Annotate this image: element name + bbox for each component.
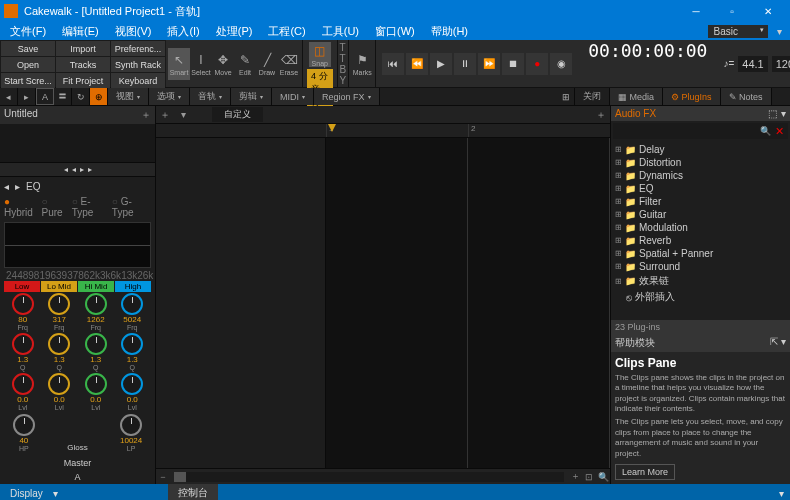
track-tabs-ctrl[interactable]: ⊞ <box>557 88 575 105</box>
strip-icon-3[interactable]: ⊕ <box>90 88 108 105</box>
strip-icon-2[interactable]: ↻ <box>72 88 90 105</box>
transport-button[interactable]: ● <box>526 53 548 75</box>
playhead-marker[interactable] <box>328 124 336 132</box>
tool-smart[interactable]: ↖Smart <box>168 48 190 80</box>
tree-node[interactable]: 📁Distortion <box>613 156 788 169</box>
strip-nav-prev[interactable]: ◂ <box>0 88 18 105</box>
workspace-collapse-icon[interactable]: ▾ <box>772 26 786 37</box>
plugin-category[interactable]: Audio FX <box>615 108 656 119</box>
track-tab[interactable]: 选项 ▾ <box>149 88 190 105</box>
eq-type-option[interactable]: Pure <box>42 196 70 218</box>
menu-item[interactable]: 文件(F) <box>4 24 52 39</box>
tree-node[interactable]: 📁Surround <box>613 260 788 273</box>
add-track-button[interactable]: ＋ <box>156 108 174 122</box>
eq-knob[interactable]: 80Frq <box>5 293 41 331</box>
transport-button[interactable]: ⏪ <box>406 53 428 75</box>
track-tab[interactable]: Region FX ▾ <box>314 88 380 105</box>
file-button[interactable]: Keyboard <box>111 73 165 88</box>
tool-move[interactable]: ✥Move <box>212 48 234 80</box>
eq-knob[interactable]: 1.3Q <box>42 333 78 371</box>
learn-more-button[interactable]: Learn More <box>615 464 675 480</box>
track-tabs-close[interactable]: 关闭 <box>575 88 610 105</box>
file-button[interactable]: Save <box>1 41 55 56</box>
eq-knob[interactable]: 1.3Q <box>5 333 41 371</box>
track-add-right[interactable]: ＋ <box>592 108 610 122</box>
help-controls[interactable]: ⇱ ▾ <box>770 336 786 350</box>
eq-band-label[interactable]: Hi Mid <box>78 281 114 292</box>
tool-draw[interactable]: ╱Draw <box>256 48 278 80</box>
browser-cat-icon[interactable]: ⬚ <box>768 108 777 119</box>
bottom-dropdown-icon[interactable]: ▾ <box>773 488 790 499</box>
browser-tab-notes[interactable]: ✎ Notes <box>721 88 772 105</box>
tree-node[interactable]: ⎋外部插入 <box>613 289 788 305</box>
add-track-icon[interactable]: ＋ <box>141 108 151 122</box>
tree-node[interactable]: 📁Reverb <box>613 234 788 247</box>
track-tab[interactable]: MIDI ▾ <box>272 88 314 105</box>
eq-band-label[interactable]: High <box>115 281 151 292</box>
transport-button[interactable]: ⏸ <box>454 53 476 75</box>
menu-item[interactable]: 插入(I) <box>161 24 205 39</box>
eq-knob[interactable]: 0.0Lvl <box>5 373 41 411</box>
tree-node[interactable]: 📁Modulation <box>613 221 788 234</box>
file-button[interactable]: Fit Project <box>56 73 110 88</box>
console-tab[interactable]: 控制台 <box>168 484 218 500</box>
eq-type-option[interactable]: G-Type <box>112 196 151 218</box>
timeline-ruler[interactable]: 12 <box>156 124 610 138</box>
browser-tab-plugins[interactable]: ⚙ PlugIns <box>663 88 721 105</box>
bpm-value[interactable]: 120.00 <box>772 56 790 72</box>
zoom-fit-icon[interactable]: ⊡ <box>582 472 596 482</box>
h-scrollbar[interactable] <box>174 472 564 482</box>
tool-select[interactable]: ISelect <box>190 48 212 80</box>
tree-node[interactable]: 📁Delay <box>613 143 788 156</box>
clips-pane[interactable] <box>326 138 610 468</box>
file-button[interactable]: Tracks <box>56 57 110 72</box>
track-dropdown-icon[interactable]: ▾ <box>174 109 192 120</box>
browser-search[interactable]: 🔍✕ <box>613 123 788 139</box>
eq-knob[interactable]: 317Frq <box>42 293 78 331</box>
sample-rate[interactable]: 44.1 <box>738 56 767 72</box>
track-tab[interactable]: 视图 ▾ <box>108 88 149 105</box>
transport-button[interactable]: ◉ <box>550 53 572 75</box>
eq-band-label[interactable]: Low <box>4 281 40 292</box>
eq-knob[interactable]: 1.3Q <box>78 333 114 371</box>
file-button[interactable]: Start Scre... <box>1 73 55 88</box>
file-button[interactable]: Import <box>56 41 110 56</box>
transport-button[interactable]: ⏹ <box>502 53 524 75</box>
menu-item[interactable]: 窗口(W) <box>369 24 421 39</box>
tree-node[interactable]: 📁效果链 <box>613 273 788 289</box>
eq-knob[interactable]: 0.0Lvl <box>115 373 151 411</box>
strip-icon-1[interactable]: 〓 <box>54 88 72 105</box>
eq-type-option[interactable]: Hybrid <box>4 196 40 218</box>
menu-item[interactable]: 工具(U) <box>316 24 365 39</box>
strip-nav-next[interactable]: ▸ <box>18 88 36 105</box>
menu-item[interactable]: 帮助(H) <box>425 24 474 39</box>
eq-knob[interactable]: 1.3Q <box>115 333 151 371</box>
window-close[interactable]: ✕ <box>750 0 786 22</box>
menu-item[interactable]: 工程(C) <box>262 24 311 39</box>
window-maximize[interactable]: ▫ <box>714 0 750 22</box>
tree-node[interactable]: 📁Filter <box>613 195 788 208</box>
hzoom-in-icon[interactable]: ＋ <box>568 470 582 483</box>
transport-button[interactable]: ⏮ <box>382 53 404 75</box>
workspace-select[interactable]: Basic <box>708 25 768 38</box>
file-button[interactable]: Preferenc... <box>111 41 165 56</box>
timecode-display[interactable]: 00:00:00:00 <box>578 40 717 87</box>
eq-knob[interactable]: 5024Frq <box>115 293 151 331</box>
zoom-tool-icon[interactable]: 🔍 <box>596 472 610 482</box>
track-tab[interactable]: 剪辑 ▾ <box>231 88 272 105</box>
transport-button[interactable]: ⏩ <box>478 53 500 75</box>
tree-node[interactable]: 📁Dynamics <box>613 169 788 182</box>
file-button[interactable]: Open <box>1 57 55 72</box>
browser-tab-media[interactable]: ▦ Media <box>610 88 663 105</box>
menu-item[interactable]: 编辑(E) <box>56 24 105 39</box>
eq-graph[interactable] <box>4 222 151 268</box>
tool-erase[interactable]: ⌫Erase <box>278 48 300 80</box>
transport-button[interactable]: ▶ <box>430 53 452 75</box>
window-minimize[interactable]: ─ <box>678 0 714 22</box>
display-button[interactable]: Display <box>0 484 53 500</box>
gloss-label[interactable]: Gloss <box>67 443 87 452</box>
custom-select[interactable]: 自定义 <box>212 107 263 122</box>
marks-button[interactable]: ⚑Marks <box>351 48 373 80</box>
tree-node[interactable]: 📁Guitar <box>613 208 788 221</box>
snap-button[interactable]: ◫Snap <box>309 42 331 67</box>
